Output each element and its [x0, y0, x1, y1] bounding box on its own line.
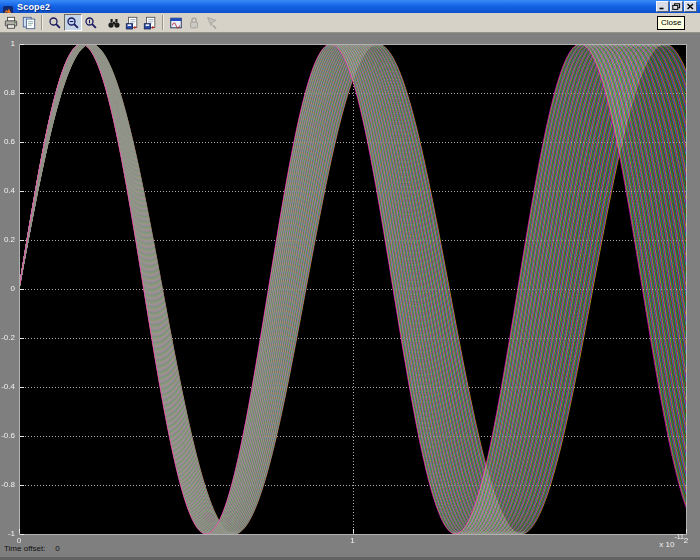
- zoom-y-button[interactable]: [82, 14, 100, 31]
- autoscale-icon: [107, 16, 121, 30]
- y-tick-label: 0.4: [0, 187, 17, 195]
- close-icon: [686, 3, 695, 10]
- scope-plot-canvas[interactable]: [19, 44, 687, 535]
- window-title: Scope2: [17, 2, 50, 12]
- y-tick-label: -0.4: [0, 383, 17, 391]
- zoom-x-button[interactable]: [64, 14, 82, 31]
- parameters-button[interactable]: [20, 14, 38, 31]
- status-bar: Time offset:0: [4, 544, 60, 553]
- y-tick-label: -0.2: [0, 334, 17, 342]
- window-controls: [656, 1, 697, 12]
- lock-axes-button: [185, 14, 203, 31]
- zoom-icon: [48, 16, 62, 30]
- figure-area: x 10-11 Time offset:0 10.80.60.40.20-0.2…: [0, 33, 700, 556]
- zoom-y-icon: [84, 16, 98, 30]
- save-axes-icon: [125, 16, 139, 30]
- restore-icon: [672, 3, 681, 10]
- zoom-button[interactable]: [46, 14, 64, 31]
- restore-axes-button[interactable]: [141, 14, 159, 31]
- restore-button[interactable]: [670, 1, 683, 12]
- y-tick-label: 0.2: [0, 236, 17, 244]
- close-button[interactable]: [684, 1, 697, 12]
- toolbar-separator: [41, 15, 43, 30]
- floating-scope-button[interactable]: [167, 14, 185, 31]
- minimize-button[interactable]: [656, 1, 669, 12]
- signal-selection-icon: [205, 16, 219, 30]
- scope-window: Scope2 x 10-11 Time offset:0 10.80.60.40…: [0, 0, 700, 560]
- floating-scope-icon: [169, 16, 183, 30]
- restore-axes-icon: [143, 16, 157, 30]
- y-tick-label: 1: [0, 40, 17, 48]
- lock-axes-icon: [187, 16, 201, 30]
- titlebar[interactable]: Scope2: [0, 0, 700, 13]
- minimize-icon: [658, 3, 667, 10]
- zoom-x-icon: [66, 16, 80, 30]
- x-tick-label: 1: [346, 537, 360, 545]
- y-tick-label: 0.8: [0, 89, 17, 97]
- save-axes-button[interactable]: [123, 14, 141, 31]
- autoscale-button[interactable]: [105, 14, 123, 31]
- y-tick-label: -0.8: [0, 481, 17, 489]
- x-tick-label: 2: [679, 537, 693, 545]
- x-multiplier-base: x 10: [659, 540, 674, 549]
- print-button[interactable]: [2, 14, 20, 31]
- print-icon: [4, 16, 18, 30]
- toolbar: [0, 13, 700, 33]
- toolbar-separator: [162, 15, 164, 30]
- y-tick-label: -0.6: [0, 432, 17, 440]
- time-offset-label: Time offset:: [4, 544, 45, 553]
- signal-selection-button: [203, 14, 221, 31]
- y-tick-label: 0.6: [0, 138, 17, 146]
- x-tick-label: 0: [12, 537, 26, 545]
- time-offset-value: 0: [55, 544, 59, 553]
- y-tick-label: 0: [0, 285, 17, 293]
- close-tooltip: Close: [657, 16, 685, 30]
- parameters-icon: [22, 16, 36, 30]
- scope-app-icon: [3, 2, 13, 12]
